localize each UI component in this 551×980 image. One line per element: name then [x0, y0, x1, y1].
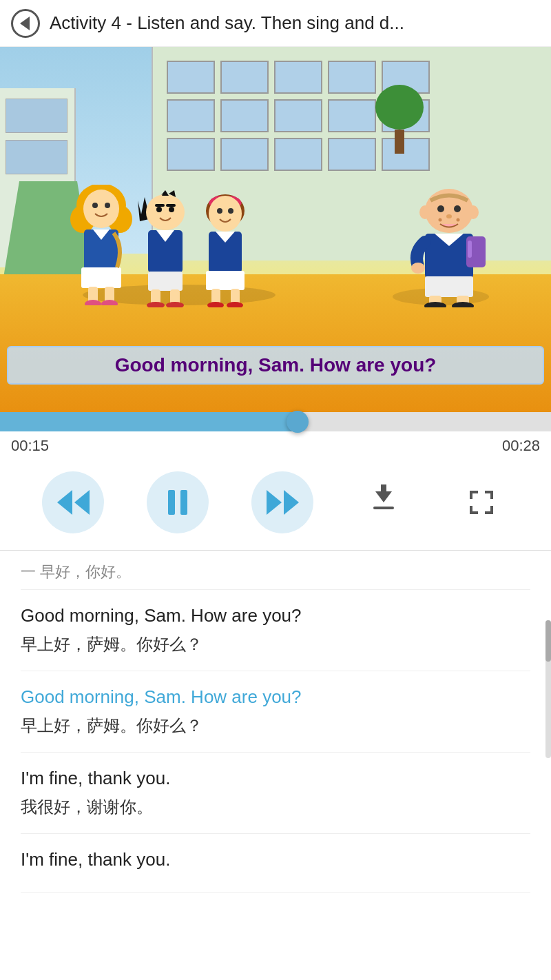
- transcript-en-1: Good morning, Sam. How are you?: [21, 605, 530, 626]
- char-bald-boy: [410, 187, 489, 307]
- svg-rect-20: [166, 204, 176, 207]
- svg-point-18: [169, 207, 174, 212]
- svg-point-48: [439, 218, 442, 222]
- subtitle-bar: Good morning, Sam. How are you?: [7, 346, 544, 385]
- video-area: Good morning, Sam. How are you?: [0, 47, 551, 412]
- tree-right: [375, 85, 424, 154]
- transcript-block-4[interactable]: I'm fine, thank you.: [21, 834, 530, 893]
- svg-point-27: [166, 302, 184, 307]
- svg-marker-15: [162, 190, 169, 196]
- svg-rect-54: [425, 276, 473, 297]
- transcript-block-1[interactable]: Good morning, Sam. How are you? 早上好，萨姆。你…: [21, 590, 530, 671]
- transcript-block-3[interactable]: I'm fine, thank you. 我很好，谢谢你。: [21, 753, 530, 834]
- char-bow-girl: [196, 192, 255, 307]
- fast-forward-button[interactable]: [251, 471, 313, 533]
- svg-point-44: [468, 205, 479, 219]
- pause-icon: [168, 490, 187, 515]
- svg-point-55: [411, 263, 425, 274]
- svg-point-45: [437, 205, 444, 212]
- partial-text: 一 早好，你好。: [21, 563, 131, 580]
- cartoon-scene: Good morning, Sam. How are you?: [0, 47, 551, 412]
- svg-point-11: [85, 300, 101, 305]
- svg-rect-53: [468, 241, 472, 258]
- svg-point-26: [147, 302, 165, 307]
- fast-forward-icon: [267, 490, 299, 515]
- download-icon: [373, 496, 394, 509]
- scrollbar-thumb[interactable]: [545, 620, 551, 662]
- progress-fill: [0, 412, 298, 431]
- transcript-zh-2: 早上好，萨姆。你好么？: [21, 715, 530, 737]
- current-time: 00:15: [11, 437, 49, 455]
- transcript-section: 一 早好，你好。 Good morning, Sam. How are you?…: [0, 550, 551, 893]
- svg-point-43: [419, 205, 430, 219]
- scrollbar[interactable]: [545, 620, 551, 758]
- progress-bar[interactable]: [0, 412, 551, 431]
- svg-point-4: [92, 203, 98, 208]
- svg-point-49: [457, 218, 460, 222]
- svg-point-40: [207, 302, 224, 307]
- svg-rect-23: [148, 272, 183, 291]
- svg-point-34: [228, 208, 233, 214]
- transcript-en-2: Good morning, Sam. How are you?: [21, 686, 530, 708]
- svg-point-14: [146, 194, 185, 230]
- svg-point-17: [156, 207, 162, 212]
- controls: [0, 460, 551, 550]
- back-arrow-icon: [20, 17, 30, 30]
- pause-button[interactable]: [147, 471, 209, 533]
- download-button[interactable]: [356, 475, 411, 530]
- svg-point-3: [83, 190, 119, 228]
- transcript-zh-3: 我很好，谢谢你。: [21, 796, 530, 818]
- svg-rect-19: [155, 204, 165, 207]
- rewind-button[interactable]: [42, 471, 104, 533]
- header: Activity 4 - Listen and say. Then sing a…: [0, 0, 551, 47]
- svg-point-46: [454, 205, 461, 212]
- svg-point-5: [105, 203, 110, 208]
- svg-point-33: [217, 208, 222, 214]
- total-time: 00:28: [502, 437, 540, 455]
- subtitle-text: Good morning, Sam. How are you?: [115, 354, 437, 376]
- char-spiky-boy: [134, 190, 196, 307]
- progress-section: 00:15 00:28: [0, 412, 551, 550]
- transcript-partial-line: 一 早好，你好。: [21, 551, 530, 590]
- fullscreen-icon: [470, 491, 493, 514]
- transcript-en-4: I'm fine, thank you.: [21, 849, 530, 870]
- char-blonde-girl: [69, 185, 134, 305]
- svg-point-32: [209, 196, 242, 232]
- progress-thumb[interactable]: [287, 411, 309, 433]
- svg-point-59: [452, 302, 474, 307]
- svg-point-47: [446, 214, 452, 218]
- activity-title: Activity 4 - Listen and say. Then sing a…: [50, 12, 404, 34]
- svg-point-58: [424, 302, 446, 307]
- svg-point-12: [101, 300, 118, 305]
- back-button[interactable]: [11, 9, 40, 38]
- svg-rect-8: [81, 267, 121, 288]
- svg-rect-37: [206, 271, 245, 290]
- transcript-zh-1: 早上好，萨姆。你好么？: [21, 633, 530, 655]
- time-row: 00:15 00:28: [0, 431, 551, 460]
- rewind-icon: [57, 490, 90, 515]
- fullscreen-button[interactable]: [454, 475, 509, 530]
- transcript-block-2[interactable]: Good morning, Sam. How are you? 早上好，萨姆。你…: [21, 671, 530, 753]
- transcript-en-3: I'm fine, thank you.: [21, 768, 530, 789]
- svg-point-41: [227, 302, 243, 307]
